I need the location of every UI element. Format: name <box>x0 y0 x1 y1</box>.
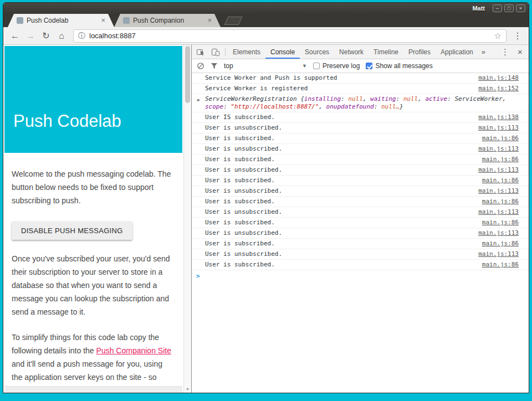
scrollbar-down-arrow-icon[interactable]: ▼ <box>184 387 191 391</box>
object-token: waiting <box>370 95 396 102</box>
tab-close-icon[interactable]: × <box>101 17 105 24</box>
bookmark-star-icon[interactable]: ☆ <box>494 31 502 41</box>
object-token: , <box>503 95 507 102</box>
devtools-close-icon[interactable]: × <box>513 45 528 59</box>
devtools-menu-icon[interactable]: ⋮ <box>498 45 513 59</box>
console-source-link[interactable]: main.js:113 <box>478 124 519 132</box>
browser-menu-icon[interactable]: ⋮ <box>511 30 524 41</box>
context-label: top <box>224 62 233 70</box>
show-all-messages-checkbox[interactable] <box>366 63 372 69</box>
object-token: , <box>418 95 425 102</box>
disable-push-button[interactable]: DISABLE PUSH MESSAGING <box>12 222 132 240</box>
devtools-controls: ⋮ × <box>498 45 528 59</box>
reload-icon[interactable]: ↻ <box>39 29 53 43</box>
object-preview: ServiceWorkerRegistration {installing: n… <box>205 95 506 110</box>
console-toolbar: top ▼ Preserve log Show all messages <box>192 59 529 73</box>
object-token: : <box>447 95 454 102</box>
object-token: , <box>319 103 326 110</box>
push-companion-site-link[interactable]: Push Companion Site <box>96 346 171 355</box>
console-source-link[interactable]: main.js:152 <box>478 85 519 92</box>
console-message-text: User is subscribed. <box>205 240 482 248</box>
console-message-text: User is subscribed. <box>205 261 482 269</box>
console-message-row: Service Worker is registered main.js:152 <box>192 84 529 94</box>
console-source-link[interactable]: main.js:113 <box>478 187 519 195</box>
back-icon[interactable]: ← <box>8 29 22 43</box>
console-message-text: User is unsubscribed. <box>205 145 478 153</box>
console-source-link[interactable]: main.js:86 <box>482 135 519 142</box>
new-tab-button[interactable] <box>224 17 243 25</box>
more-tabs-icon[interactable]: » <box>478 45 489 59</box>
console-source-link[interactable]: main.js:86 <box>482 261 519 269</box>
inspect-element-icon[interactable] <box>193 45 208 59</box>
devtools-tab[interactable]: Profiles <box>403 45 436 59</box>
web-page: Push Codelab Welcome to the push messagi… <box>3 45 183 393</box>
console-source-link[interactable]: main.js:148 <box>478 74 519 82</box>
console-source-link[interactable]: main.js:86 <box>482 240 519 248</box>
console-message-row: User is subscribed. main.js:86 <box>192 155 529 165</box>
forward-icon[interactable]: → <box>23 29 38 43</box>
tab-strip: Push Codelab × Push Companion × <box>3 14 529 27</box>
page-info-icon[interactable]: ⓘ <box>78 31 85 41</box>
console-message-row: User IS subscribed. main.js:138 <box>192 112 529 123</box>
console-source-link[interactable]: main.js:86 <box>482 198 519 205</box>
browser-tab[interactable]: Push Companion × <box>114 14 221 27</box>
console-source-link[interactable]: main.js:86 <box>482 177 519 184</box>
subscription-paragraph: Once you've subscribed your user, you'd … <box>12 252 175 318</box>
preserve-log-checkbox[interactable] <box>313 63 320 69</box>
console-message-row: User is unsubscribed. main.js:113 <box>192 207 529 218</box>
filter-icon[interactable] <box>211 63 218 69</box>
console-source-link[interactable]: main.js:113 <box>478 229 519 237</box>
show-all-messages-label: Show all messages <box>375 62 432 70</box>
minimize-button[interactable]: – <box>493 4 502 12</box>
maximize-button[interactable]: □ <box>504 4 514 12</box>
console-source-link[interactable]: main.js:86 <box>482 156 519 163</box>
console-prompt-icon: > <box>196 273 200 280</box>
devtools-tab[interactable]: Elements <box>228 45 265 59</box>
device-toolbar-icon[interactable] <box>208 45 223 59</box>
devtools-tab[interactable]: Timeline <box>369 45 403 59</box>
expand-triangle-icon[interactable]: ▶ <box>197 96 200 104</box>
address-bar[interactable]: ⓘ localhost:8887 ☆ <box>73 29 507 43</box>
companion-paragraph: To simplify things for this code lab cop… <box>12 331 175 393</box>
devtools-tab[interactable]: Network <box>334 45 369 59</box>
console-source-link[interactable]: main.js:113 <box>478 145 519 153</box>
console-source-link[interactable]: main.js:138 <box>478 114 519 121</box>
console-input-row[interactable]: > <box>192 270 529 282</box>
console-message-row: User is unsubscribed. main.js:113 <box>192 165 529 176</box>
console-source-link[interactable]: main.js:86 <box>482 219 519 227</box>
console-message-row: User is subscribed. main.js:86 <box>192 197 529 207</box>
console-message-text: User is unsubscribed. <box>205 250 478 258</box>
object-token: null <box>348 95 363 102</box>
console-source-link[interactable]: main.js:113 <box>478 250 519 258</box>
scrollbar-thumb[interactable] <box>185 46 190 103</box>
console-source-link[interactable]: main.js:113 <box>478 166 519 174</box>
window-title: Matt <box>472 5 485 12</box>
console-message-text: User IS subscribed. <box>205 114 478 121</box>
devtools-tab[interactable]: Application <box>436 45 478 59</box>
tab-favicon-icon <box>123 17 130 24</box>
object-token: { <box>300 95 304 102</box>
clear-console-icon[interactable] <box>197 62 204 70</box>
console-message-row: User is unsubscribed. main.js:113 <box>192 186 529 197</box>
devtools-tab[interactable]: Sources <box>300 45 334 59</box>
devtools-tab[interactable]: Console <box>265 45 300 59</box>
console-message-text: User is subscribed. <box>205 156 482 163</box>
page-scrollbar[interactable]: ▼ <box>183 45 191 393</box>
object-token: null <box>403 95 418 102</box>
console-message-row: User is subscribed. main.js:86 <box>192 133 529 144</box>
tab-favicon-icon <box>17 17 23 24</box>
object-token: : <box>374 103 381 110</box>
execution-context-selector[interactable]: top ▼ <box>224 62 307 70</box>
console-source-link[interactable]: main.js:113 <box>478 208 519 216</box>
close-window-button[interactable]: × <box>516 4 525 12</box>
tab-close-icon[interactable]: × <box>207 17 212 24</box>
object-token: null… <box>381 103 400 110</box>
console-log: Service Worker and Push is supported mai… <box>192 73 529 393</box>
console-message-text: User is subscribed. <box>205 135 482 142</box>
console-message-row: Service Worker and Push is supported mai… <box>192 73 529 84</box>
chevron-down-icon: ▼ <box>302 63 307 69</box>
browser-tab[interactable]: Push Codelab × <box>8 14 114 27</box>
console-message-row: User is unsubscribed. main.js:113 <box>192 123 529 133</box>
object-token: : <box>341 95 348 102</box>
home-icon[interactable]: ⌂ <box>54 29 69 43</box>
